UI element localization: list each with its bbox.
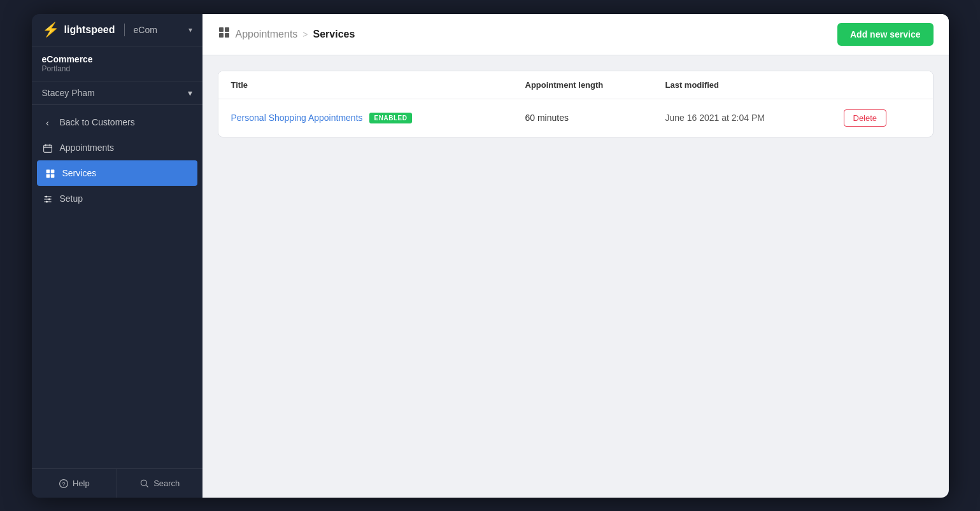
services-label: Services <box>62 168 97 178</box>
lightspeed-logo-icon: ⚡ <box>42 23 59 37</box>
svg-text:?: ? <box>62 480 65 487</box>
service-title-cell: Personal Shopping Appointments ENABLED <box>231 113 525 123</box>
logo-text: lightspeed <box>64 24 115 36</box>
sidebar-item-appointments[interactable]: Appointments <box>32 135 202 160</box>
svg-point-12 <box>48 198 50 200</box>
calendar-icon <box>42 142 53 153</box>
sidebar-header: ⚡ lightspeed eCom ▾ <box>32 14 202 46</box>
sidebar-item-services[interactable]: Services <box>37 160 197 186</box>
grid-icon <box>45 167 56 179</box>
delete-button[interactable]: Delete <box>844 109 887 127</box>
search-button[interactable]: Search <box>117 469 202 498</box>
logo-area: ⚡ lightspeed eCom <box>42 23 157 37</box>
svg-rect-19 <box>225 27 229 32</box>
svg-point-16 <box>141 480 147 486</box>
last-modified: June 16 2021 at 2:04 PM <box>665 113 844 123</box>
logo-ecom: eCom <box>134 25 157 35</box>
svg-point-13 <box>45 200 47 202</box>
svg-rect-5 <box>50 169 54 173</box>
svg-rect-21 <box>225 33 229 38</box>
main-content: Appointments > Services Add new service … <box>202 14 949 498</box>
services-table-card: Title Appointment length Last modified P… <box>218 71 934 137</box>
breadcrumb-current: Services <box>313 29 355 40</box>
sidebar-footer: ? Help Search <box>32 468 202 498</box>
breadcrumb-parent[interactable]: Appointments <box>236 29 298 40</box>
store-info: eCommerce Portland <box>32 46 202 81</box>
svg-rect-20 <box>219 33 224 38</box>
status-badge: ENABLED <box>369 113 413 123</box>
content-area: Title Appointment length Last modified P… <box>202 55 949 498</box>
sidebar-back-label: Back to Customers <box>60 117 135 127</box>
delete-cell: Delete <box>844 109 920 127</box>
service-title-link[interactable]: Personal Shopping Appointments <box>231 113 363 123</box>
setup-label: Setup <box>60 193 83 204</box>
add-new-service-button[interactable]: Add new service <box>837 23 934 46</box>
appointment-length: 60 minutes <box>525 113 665 123</box>
search-icon <box>139 478 150 489</box>
breadcrumb-apps-icon <box>218 26 231 42</box>
help-label: Help <box>73 479 90 488</box>
table-row: Personal Shopping Appointments ENABLED 6… <box>218 99 933 137</box>
svg-line-17 <box>146 485 148 487</box>
col-last-modified: Last modified <box>665 80 844 90</box>
table-header: Title Appointment length Last modified <box>218 71 933 99</box>
app-dropdown-arrow[interactable]: ▾ <box>188 25 192 34</box>
store-location: Portland <box>42 64 192 73</box>
appointments-label: Appointments <box>60 143 115 153</box>
breadcrumb: Appointments > Services <box>218 26 355 42</box>
svg-rect-18 <box>219 27 224 32</box>
sliders-icon <box>42 193 53 204</box>
svg-rect-4 <box>46 169 50 173</box>
breadcrumb-separator: > <box>302 29 308 39</box>
back-icon: ‹ <box>42 117 53 128</box>
logo-divider <box>124 24 125 36</box>
store-name: eCommerce <box>42 54 192 64</box>
search-label: Search <box>153 479 180 488</box>
col-actions <box>844 80 920 90</box>
user-row[interactable]: Stacey Pham ▾ <box>32 81 202 105</box>
sidebar-item-back[interactable]: ‹ Back to Customers <box>32 110 202 135</box>
svg-rect-6 <box>46 174 50 178</box>
svg-rect-7 <box>50 174 54 178</box>
user-dropdown-arrow[interactable]: ▾ <box>188 88 192 98</box>
col-title: Title <box>231 80 525 90</box>
svg-rect-0 <box>43 145 52 152</box>
topbar: Appointments > Services Add new service <box>202 14 949 55</box>
svg-point-11 <box>45 195 47 197</box>
help-button[interactable]: ? Help <box>32 469 117 498</box>
help-icon: ? <box>59 478 69 489</box>
nav-items: ‹ Back to Customers Appointments Service… <box>32 105 202 468</box>
user-name: Stacey Pham <box>42 88 95 98</box>
sidebar-item-setup[interactable]: Setup <box>32 186 202 211</box>
col-appt-length: Appointment length <box>525 80 665 90</box>
sidebar: ⚡ lightspeed eCom ▾ eCommerce Portland S… <box>32 14 202 498</box>
